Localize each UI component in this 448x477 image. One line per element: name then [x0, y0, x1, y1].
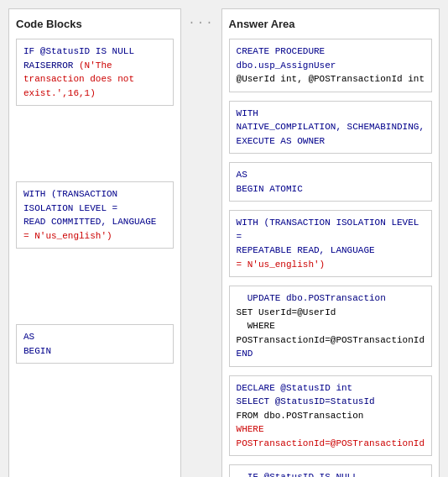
ans6-line2: SELECT @StatusID=StatusId	[237, 396, 375, 406]
ans4-line2: REPEATABLE READ, LANGUAGE	[237, 245, 375, 255]
cb1-line2a: RAISERROR	[23, 60, 73, 71]
ans5-line2: SET UserId=@UserId	[237, 307, 336, 317]
spacer1	[16, 114, 174, 148]
ans3-line2: BEGIN ATOMIC	[237, 184, 303, 194]
dots: ...	[188, 13, 214, 27]
cb1-line1: IF @StatusID IS NULL	[23, 46, 134, 56]
ans2-line1: WITH	[237, 108, 258, 118]
ans7-line1: IF @StatusID IS NULL	[237, 472, 358, 477]
ans1-line1: CREATE PROCEDURE dbo.usp_AssignUser	[237, 46, 336, 71]
ans-block-2[interactable]: WITH NATIVE_COMPILATION, SCHEMABINDING, …	[229, 101, 432, 155]
ans6-line3: FROM dbo.POSTransaction	[237, 411, 364, 421]
ans-block-5[interactable]: UPDATE dbo.POSTransaction SET UserId=@Us…	[229, 286, 432, 367]
cb2-line2: READ COMMITTED, LANGUAGE	[23, 217, 156, 227]
ans2-line2: NATIVE_COMPILATION, SCHEMABINDING,	[237, 122, 425, 132]
main-container: Code Blocks IF @StatusID IS NULL RAISERR…	[8, 8, 440, 477]
spacer2	[16, 148, 174, 181]
ans5-line1: UPDATE dbo.POSTransaction	[237, 293, 386, 303]
code-blocks-panel: Code Blocks IF @StatusID IS NULL RAISERR…	[8, 8, 181, 477]
ans6-line4: WHERE POSTransactionId=@POSTransactionId	[237, 424, 425, 448]
ans6-line1: DECLARE @StatusID int	[237, 383, 353, 393]
code-block-2[interactable]: WITH (TRANSACTION ISOLATION LEVEL = READ…	[16, 181, 174, 249]
cb2-line1: WITH (TRANSACTION ISOLATION LEVEL =	[23, 189, 117, 213]
answer-area-title: Answer Area	[229, 18, 432, 30]
code-block-3[interactable]: AS BEGIN	[16, 324, 174, 364]
ans-block-4[interactable]: WITH (TRANSACTION ISOLATION LEVEL = REPE…	[229, 210, 432, 277]
ans5-line4: END	[237, 349, 253, 359]
answer-area-panel: Answer Area CREATE PROCEDURE dbo.usp_Ass…	[221, 8, 440, 477]
spacer3	[16, 257, 174, 291]
ans-block-6[interactable]: DECLARE @StatusID int SELECT @StatusID=S…	[229, 375, 432, 457]
ans-block-1[interactable]: CREATE PROCEDURE dbo.usp_AssignUser @Use…	[229, 39, 432, 92]
ans2-line3: EXECUTE AS OWNER	[237, 136, 326, 146]
ans1-line2: @UserId int, @POSTransactionId int	[237, 74, 425, 84]
cb2-line3: = N'us_english')	[23, 231, 112, 241]
code-block-1[interactable]: IF @StatusID IS NULL RAISERROR (N'The tr…	[16, 39, 174, 106]
ans-block-3[interactable]: AS BEGIN ATOMIC	[229, 162, 432, 202]
cb3-line1: AS	[23, 332, 34, 342]
spacer4	[16, 291, 174, 324]
spacer5	[16, 372, 174, 406]
ans3-line1: AS	[237, 170, 247, 180]
ans-block-7[interactable]: IF @StatusID IS NULL THROW 51000, N'The …	[229, 464, 432, 477]
ans5-line3: WHERE POSTransactionId=@POSTransactionId	[237, 321, 425, 345]
code-blocks-title: Code Blocks	[16, 18, 174, 30]
cb3-line2: BEGIN	[23, 346, 51, 356]
ans4-line1: WITH (TRANSACTION ISOLATION LEVEL =	[237, 218, 419, 242]
ans4-line3: = N'us_english')	[237, 259, 326, 270]
dots-separator: ...	[188, 8, 214, 477]
